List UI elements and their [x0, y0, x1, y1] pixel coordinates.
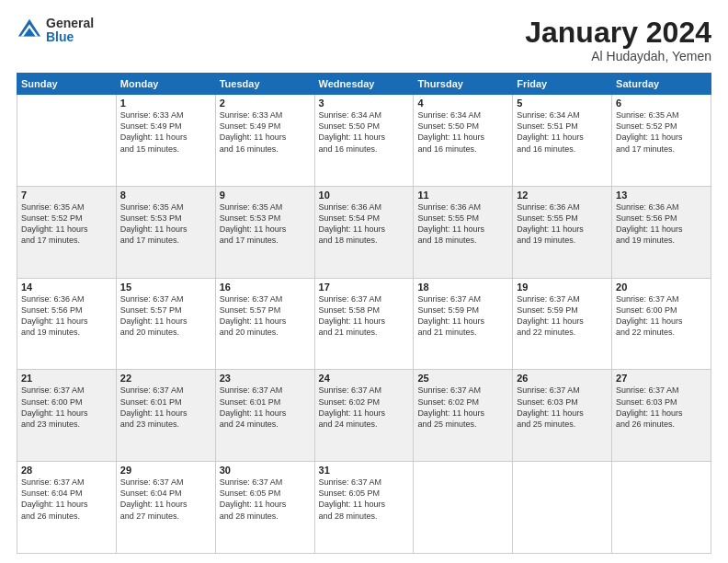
- day-info: Sunrise: 6:37 AM Sunset: 5:58 PM Dayligh…: [319, 293, 410, 339]
- calendar-week-row: 1Sunrise: 6:33 AM Sunset: 5:49 PM Daylig…: [17, 95, 711, 187]
- day-info: Sunrise: 6:37 AM Sunset: 5:57 PM Dayligh…: [220, 293, 311, 339]
- calendar-cell: 29Sunrise: 6:37 AM Sunset: 6:04 PM Dayli…: [116, 462, 215, 554]
- page: General Blue January 2024 Al Hudaydah, Y…: [0, 0, 728, 563]
- day-number: 20: [616, 282, 707, 293]
- logo-blue: Blue: [46, 30, 94, 44]
- day-number: 6: [616, 98, 707, 109]
- logo: General Blue: [17, 17, 94, 45]
- day-info: Sunrise: 6:37 AM Sunset: 6:05 PM Dayligh…: [220, 477, 311, 522]
- calendar-cell: 26Sunrise: 6:37 AM Sunset: 6:03 PM Dayli…: [513, 370, 612, 462]
- calendar-week-row: 21Sunrise: 6:37 AM Sunset: 6:00 PM Dayli…: [17, 370, 711, 462]
- calendar-header-thursday: Thursday: [414, 74, 513, 95]
- logo-text: General Blue: [46, 17, 94, 45]
- day-info: Sunrise: 6:35 AM Sunset: 5:52 PM Dayligh…: [21, 201, 112, 247]
- day-number: 23: [220, 373, 311, 384]
- day-number: 1: [120, 98, 211, 109]
- day-number: 16: [220, 282, 311, 293]
- calendar-cell: 16Sunrise: 6:37 AM Sunset: 5:57 PM Dayli…: [215, 278, 314, 370]
- day-info: Sunrise: 6:36 AM Sunset: 5:54 PM Dayligh…: [319, 201, 410, 247]
- day-info: Sunrise: 6:37 AM Sunset: 6:00 PM Dayligh…: [21, 385, 112, 430]
- day-number: 12: [517, 190, 608, 201]
- calendar-header-wednesday: Wednesday: [314, 74, 414, 95]
- day-number: 4: [417, 98, 508, 109]
- calendar-cell: 12Sunrise: 6:36 AM Sunset: 5:55 PM Dayli…: [513, 186, 612, 278]
- day-info: Sunrise: 6:35 AM Sunset: 5:53 PM Dayligh…: [220, 201, 311, 247]
- title-month: January 2024: [525, 17, 711, 49]
- day-info: Sunrise: 6:37 AM Sunset: 5:59 PM Dayligh…: [517, 293, 608, 339]
- day-info: Sunrise: 6:37 AM Sunset: 6:00 PM Dayligh…: [616, 293, 707, 339]
- day-number: 7: [21, 190, 112, 201]
- calendar-cell: 3Sunrise: 6:34 AM Sunset: 5:50 PM Daylig…: [314, 95, 414, 187]
- logo-icon: [17, 17, 42, 43]
- day-info: Sunrise: 6:37 AM Sunset: 6:02 PM Dayligh…: [417, 385, 508, 430]
- calendar-cell: 24Sunrise: 6:37 AM Sunset: 6:02 PM Dayli…: [314, 370, 414, 462]
- calendar-header-friday: Friday: [513, 74, 612, 95]
- day-number: 8: [120, 190, 211, 201]
- day-info: Sunrise: 6:36 AM Sunset: 5:55 PM Dayligh…: [517, 201, 608, 247]
- day-info: Sunrise: 6:37 AM Sunset: 6:05 PM Dayligh…: [319, 477, 410, 522]
- calendar-cell: 25Sunrise: 6:37 AM Sunset: 6:02 PM Dayli…: [414, 370, 513, 462]
- calendar-week-row: 28Sunrise: 6:37 AM Sunset: 6:04 PM Dayli…: [17, 462, 711, 554]
- calendar-cell: 22Sunrise: 6:37 AM Sunset: 6:01 PM Dayli…: [116, 370, 215, 462]
- calendar-cell: 13Sunrise: 6:36 AM Sunset: 5:56 PM Dayli…: [612, 186, 711, 278]
- calendar-cell: 8Sunrise: 6:35 AM Sunset: 5:53 PM Daylig…: [116, 186, 215, 278]
- day-number: 17: [319, 282, 410, 293]
- calendar-cell: 6Sunrise: 6:35 AM Sunset: 5:52 PM Daylig…: [612, 95, 711, 187]
- day-info: Sunrise: 6:37 AM Sunset: 6:04 PM Dayligh…: [120, 477, 211, 522]
- day-number: 31: [319, 465, 410, 476]
- day-info: Sunrise: 6:33 AM Sunset: 5:49 PM Dayligh…: [120, 109, 211, 155]
- day-info: Sunrise: 6:34 AM Sunset: 5:50 PM Dayligh…: [319, 109, 410, 155]
- day-number: 26: [517, 373, 608, 384]
- day-number: 3: [319, 98, 410, 109]
- day-number: 25: [417, 373, 508, 384]
- day-info: Sunrise: 6:37 AM Sunset: 5:59 PM Dayligh…: [417, 293, 508, 339]
- day-info: Sunrise: 6:33 AM Sunset: 5:49 PM Dayligh…: [220, 109, 311, 155]
- logo-general: General: [46, 17, 94, 30]
- day-number: 2: [220, 98, 311, 109]
- calendar-cell: 14Sunrise: 6:36 AM Sunset: 5:56 PM Dayli…: [17, 278, 117, 370]
- day-number: 19: [517, 282, 608, 293]
- day-info: Sunrise: 6:37 AM Sunset: 6:01 PM Dayligh…: [220, 385, 311, 430]
- day-info: Sunrise: 6:37 AM Sunset: 6:04 PM Dayligh…: [21, 477, 112, 522]
- calendar-table: SundayMondayTuesdayWednesdayThursdayFrid…: [17, 73, 711, 554]
- calendar-cell: 15Sunrise: 6:37 AM Sunset: 5:57 PM Dayli…: [116, 278, 215, 370]
- day-number: 10: [319, 190, 410, 201]
- day-number: 24: [319, 373, 410, 384]
- calendar-cell: 9Sunrise: 6:35 AM Sunset: 5:53 PM Daylig…: [215, 186, 314, 278]
- day-number: 15: [120, 282, 211, 293]
- day-number: 29: [120, 465, 211, 476]
- calendar-cell: [513, 462, 612, 554]
- day-info: Sunrise: 6:35 AM Sunset: 5:52 PM Dayligh…: [616, 109, 707, 155]
- day-number: 21: [21, 373, 112, 384]
- calendar-week-row: 14Sunrise: 6:36 AM Sunset: 5:56 PM Dayli…: [17, 278, 711, 370]
- day-number: 22: [120, 373, 211, 384]
- day-info: Sunrise: 6:34 AM Sunset: 5:50 PM Dayligh…: [417, 109, 508, 155]
- calendar-cell: 20Sunrise: 6:37 AM Sunset: 6:00 PM Dayli…: [612, 278, 711, 370]
- calendar-cell: 21Sunrise: 6:37 AM Sunset: 6:00 PM Dayli…: [17, 370, 117, 462]
- calendar-cell: 1Sunrise: 6:33 AM Sunset: 5:49 PM Daylig…: [116, 95, 215, 187]
- day-info: Sunrise: 6:36 AM Sunset: 5:56 PM Dayligh…: [21, 293, 112, 339]
- header: General Blue January 2024 Al Hudaydah, Y…: [17, 17, 711, 63]
- calendar-week-row: 7Sunrise: 6:35 AM Sunset: 5:52 PM Daylig…: [17, 186, 711, 278]
- calendar-header-sunday: Sunday: [17, 74, 117, 95]
- calendar-cell: 7Sunrise: 6:35 AM Sunset: 5:52 PM Daylig…: [17, 186, 117, 278]
- day-info: Sunrise: 6:37 AM Sunset: 5:57 PM Dayligh…: [120, 293, 211, 339]
- day-info: Sunrise: 6:35 AM Sunset: 5:53 PM Dayligh…: [120, 201, 211, 247]
- calendar-cell: 18Sunrise: 6:37 AM Sunset: 5:59 PM Dayli…: [414, 278, 513, 370]
- calendar-cell: 4Sunrise: 6:34 AM Sunset: 5:50 PM Daylig…: [414, 95, 513, 187]
- day-info: Sunrise: 6:37 AM Sunset: 6:03 PM Dayligh…: [616, 385, 707, 430]
- title-block: January 2024 Al Hudaydah, Yemen: [525, 17, 711, 63]
- calendar-header-row: SundayMondayTuesdayWednesdayThursdayFrid…: [17, 74, 711, 95]
- day-info: Sunrise: 6:34 AM Sunset: 5:51 PM Dayligh…: [517, 109, 608, 155]
- day-number: 14: [21, 282, 112, 293]
- calendar-cell: 19Sunrise: 6:37 AM Sunset: 5:59 PM Dayli…: [513, 278, 612, 370]
- calendar-cell: [612, 462, 711, 554]
- day-number: 27: [616, 373, 707, 384]
- calendar-cell: 17Sunrise: 6:37 AM Sunset: 5:58 PM Dayli…: [314, 278, 414, 370]
- calendar-cell: 23Sunrise: 6:37 AM Sunset: 6:01 PM Dayli…: [215, 370, 314, 462]
- calendar-cell: 27Sunrise: 6:37 AM Sunset: 6:03 PM Dayli…: [612, 370, 711, 462]
- day-info: Sunrise: 6:36 AM Sunset: 5:56 PM Dayligh…: [616, 201, 707, 247]
- day-info: Sunrise: 6:37 AM Sunset: 6:03 PM Dayligh…: [517, 385, 608, 430]
- calendar-cell: 11Sunrise: 6:36 AM Sunset: 5:55 PM Dayli…: [414, 186, 513, 278]
- calendar-cell: 30Sunrise: 6:37 AM Sunset: 6:05 PM Dayli…: [215, 462, 314, 554]
